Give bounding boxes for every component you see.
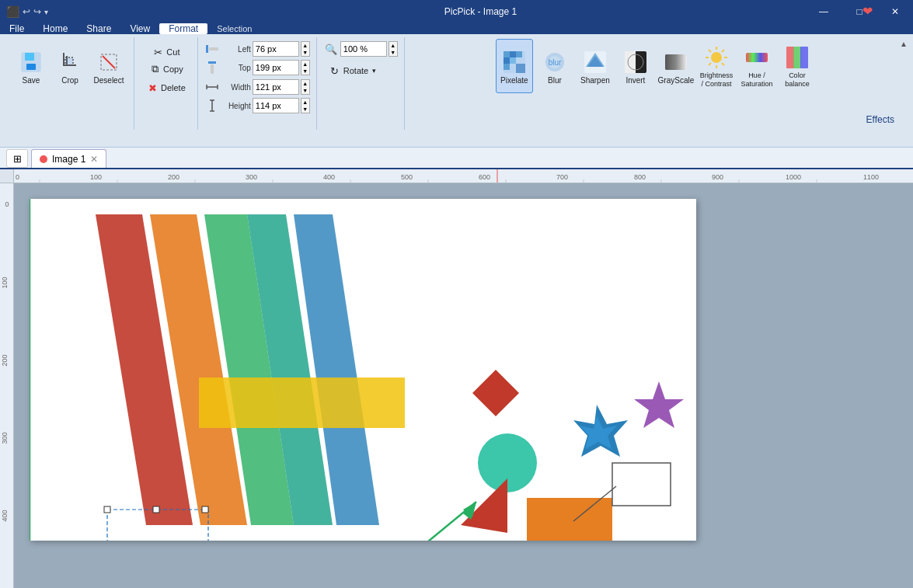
top-spin-up[interactable]: ▲: [301, 61, 309, 68]
cut-button[interactable]: ✂ Cut: [146, 43, 185, 61]
tab-views-button[interactable]: ⊞: [6, 149, 28, 168]
svg-rect-67: [0, 183, 14, 587]
svg-point-29: [711, 52, 722, 63]
rotate-label: Rotate: [343, 66, 368, 75]
left-input[interactable]: [253, 41, 299, 57]
image-canvas[interactable]: Shapes LINE Curved Arrow with text Hello…: [30, 199, 696, 541]
svg-text:300: 300: [1, 432, 9, 444]
deselect-label: Deselect: [94, 76, 124, 85]
svg-rect-14: [504, 57, 510, 64]
copy-button[interactable]: ⧉ Copy: [143, 61, 189, 78]
top-spin[interactable]: ▲ ▼: [301, 60, 310, 75]
invert-label: Invert: [626, 76, 645, 85]
menu-share[interactable]: Share: [77, 23, 120, 34]
svg-rect-28: [665, 54, 676, 70]
zoom-spin[interactable]: ▲ ▼: [389, 41, 398, 57]
zoom-spin-down[interactable]: ▼: [389, 49, 397, 56]
svg-rect-16: [504, 64, 510, 70]
tab-close-icon[interactable]: ✕: [90, 154, 98, 165]
crop-button[interactable]: Crop: [51, 39, 89, 93]
width-spin-up[interactable]: ▲: [301, 80, 309, 87]
svg-rect-82: [202, 506, 208, 513]
ribbon-group-file: Save Crop Deselect: [6, 37, 134, 130]
blur-button[interactable]: blur Blur: [536, 39, 573, 93]
heart-icon: ❤: [862, 4, 873, 19]
ribbon-row-main: Save Crop Deselect: [12, 39, 127, 93]
width-input[interactable]: [253, 79, 299, 95]
ribbon-collapse-button[interactable]: ▲: [897, 37, 910, 50]
menu-format[interactable]: Format: [159, 23, 207, 34]
canvas-scroll-area[interactable]: 0 100 200 300 400 500 600 700 800 900: [0, 169, 913, 588]
left-spin-down[interactable]: ▼: [301, 49, 309, 56]
svg-rect-78: [199, 378, 405, 428]
menu-file[interactable]: File: [0, 23, 33, 34]
svg-rect-1: [25, 53, 34, 61]
width-spin-down[interactable]: ▼: [301, 87, 309, 94]
svg-marker-90: [461, 478, 507, 533]
delete-button[interactable]: ✖ Delete: [141, 79, 191, 96]
left-spin[interactable]: ▲ ▼: [301, 41, 310, 57]
height-spin-down[interactable]: ▼: [301, 106, 309, 113]
colorbalance-button[interactable]: Color balance: [779, 39, 816, 93]
svg-rect-91: [527, 498, 612, 541]
ruler-corner: [0, 169, 14, 183]
top-spin-down[interactable]: ▼: [301, 68, 309, 75]
save-icon: [17, 48, 45, 76]
sharpen-button[interactable]: Sharpen: [577, 39, 614, 93]
minimize-button[interactable]: —: [806, 0, 842, 23]
grayscale-button[interactable]: GrayScale: [657, 39, 695, 93]
zoom-icon: 🔍: [323, 41, 339, 57]
svg-rect-41: [800, 47, 808, 68]
delete-label: Delete: [161, 83, 186, 92]
redo-icon[interactable]: ↪: [33, 6, 41, 17]
svg-line-37: [709, 63, 711, 65]
hue-button[interactable]: Hue / Saturation: [738, 39, 775, 93]
undo-icon[interactable]: ↩: [23, 6, 30, 17]
svg-text:0: 0: [5, 200, 9, 208]
selection-tab[interactable]: Selection: [207, 23, 261, 34]
close-button[interactable]: ✕: [877, 0, 913, 23]
menu-view[interactable]: View: [120, 23, 159, 34]
tab-image1[interactable]: Image 1 ✕: [31, 149, 106, 168]
svg-line-34: [709, 50, 711, 52]
left-spin-up[interactable]: ▲: [301, 42, 309, 49]
crop-icon: [56, 48, 84, 76]
brightness-icon: [702, 43, 730, 71]
title-bar-icons: ⬛ ↩ ↪ ▾: [6, 5, 48, 18]
rotate-button[interactable]: ↻ Rotate ▾: [323, 62, 382, 79]
svg-text:700: 700: [556, 173, 568, 181]
svg-rect-38: [746, 53, 768, 62]
zoom-spin-up[interactable]: ▲: [389, 42, 397, 49]
cut-label: Cut: [166, 47, 179, 57]
height-input[interactable]: [253, 98, 299, 113]
svg-text:900: 900: [712, 173, 723, 181]
ribbon-group-clipboard: ✂ Cut ⧉ Copy ✖ Delete: [134, 37, 198, 130]
zoom-input-row: 🔍 ▲ ▼: [323, 41, 398, 57]
top-position-icon: [204, 60, 220, 75]
deselect-button[interactable]: Deselect: [90, 39, 127, 93]
zoom-input[interactable]: [340, 41, 387, 57]
svg-rect-15: [510, 57, 516, 64]
app-logo-icon: ⬛: [6, 5, 19, 18]
top-input[interactable]: [253, 60, 299, 75]
pixelate-button[interactable]: Pixelate: [496, 39, 533, 93]
height-spin-up[interactable]: ▲: [301, 99, 309, 106]
brightness-button[interactable]: Brightness / Contrast: [698, 39, 735, 93]
width-label: Width: [221, 83, 251, 92]
top-input-row: Top ▲ ▼: [204, 60, 310, 75]
tab-bar: ⊞ Image 1 ✕: [0, 148, 913, 169]
svg-text:100: 100: [90, 173, 102, 181]
svg-rect-39: [786, 47, 794, 68]
svg-rect-92: [612, 463, 671, 506]
svg-line-36: [722, 50, 724, 52]
blur-icon: blur: [541, 48, 569, 76]
dropdown-arrow-icon[interactable]: ▾: [44, 8, 48, 16]
save-button[interactable]: Save: [12, 39, 50, 93]
sharpen-icon: [581, 48, 609, 76]
width-spin[interactable]: ▲ ▼: [301, 79, 310, 95]
height-spin[interactable]: ▲ ▼: [301, 98, 310, 113]
menu-home[interactable]: Home: [33, 23, 77, 34]
invert-button[interactable]: Invert: [617, 39, 654, 93]
canvas-content[interactable]: Shapes LINE Curved Arrow with text Hello…: [14, 183, 913, 588]
grayscale-icon: [662, 48, 690, 76]
